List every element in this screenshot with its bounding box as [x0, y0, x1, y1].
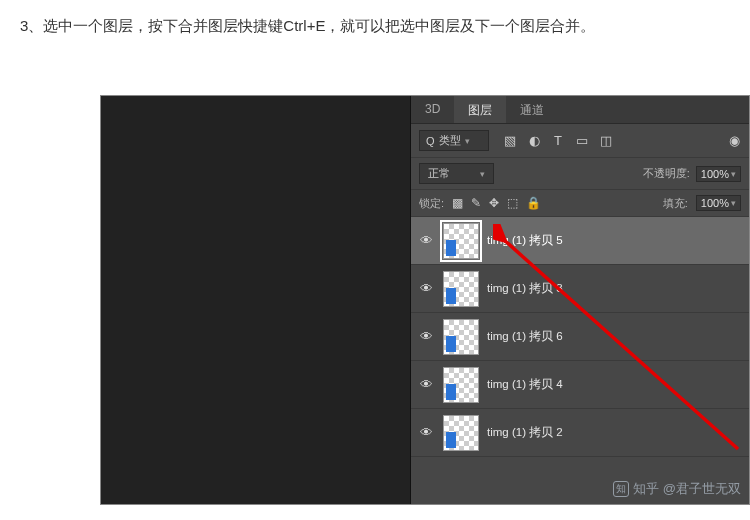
tab-3d[interactable]: 3D: [411, 96, 454, 123]
visibility-eye-icon[interactable]: 👁: [417, 425, 435, 440]
layer-name[interactable]: timg (1) 拷贝 4: [487, 377, 563, 392]
lock-position-icon[interactable]: ✥: [489, 196, 499, 210]
tab-channels[interactable]: 通道: [506, 96, 558, 123]
canvas-area[interactable]: [101, 96, 411, 504]
lock-label: 锁定:: [419, 196, 444, 211]
filter-type-dropdown[interactable]: Q 类型 ▾: [419, 130, 489, 151]
watermark-author: @君子世无双: [663, 480, 741, 498]
photoshop-window: 3D 图层 通道 Q 类型 ▾ ▧ ◐ T ▭ ◫ ◉ 正常 ▾: [100, 95, 750, 505]
lock-pixels-icon[interactable]: ✎: [471, 196, 481, 210]
filter-toggle-icon[interactable]: ◉: [727, 134, 741, 148]
zhihu-logo-icon: 知: [613, 481, 629, 497]
layer-name[interactable]: timg (1) 拷贝 2: [487, 425, 563, 440]
filter-shape-icon[interactable]: ▭: [575, 134, 589, 148]
layer-thumbnail[interactable]: [443, 271, 479, 307]
filter-icons: ▧ ◐ T ▭ ◫: [503, 134, 613, 148]
visibility-eye-icon[interactable]: 👁: [417, 233, 435, 248]
lock-row: 锁定: ▩ ✎ ✥ ⬚ 🔒 填充: 100% ▾: [411, 190, 749, 217]
layer-row[interactable]: 👁 timg (1) 拷贝 5: [411, 217, 749, 265]
opacity-value[interactable]: 100% ▾: [696, 166, 741, 182]
visibility-eye-icon[interactable]: 👁: [417, 281, 435, 296]
filter-adjust-icon[interactable]: ◐: [527, 134, 541, 148]
panel-tabs: 3D 图层 通道: [411, 96, 749, 124]
blend-mode-value: 正常: [428, 166, 450, 181]
filter-smart-icon[interactable]: ◫: [599, 134, 613, 148]
layer-row[interactable]: 👁 timg (1) 拷贝 2: [411, 409, 749, 457]
fill-label: 填充:: [663, 196, 688, 211]
watermark: 知 知乎 @君子世无双: [613, 480, 741, 498]
filter-image-icon[interactable]: ▧: [503, 134, 517, 148]
layer-filter-row: Q 类型 ▾ ▧ ◐ T ▭ ◫ ◉: [411, 124, 749, 158]
watermark-site: 知乎: [633, 480, 659, 498]
opacity-value-text: 100%: [701, 168, 729, 180]
fill-value[interactable]: 100% ▾: [696, 195, 741, 211]
layer-thumbnail[interactable]: [443, 319, 479, 355]
layer-thumbnail[interactable]: [443, 223, 479, 259]
lock-artboard-icon[interactable]: ⬚: [507, 196, 518, 210]
visibility-eye-icon[interactable]: 👁: [417, 377, 435, 392]
blend-mode-dropdown[interactable]: 正常 ▾: [419, 163, 494, 184]
layer-name[interactable]: timg (1) 拷贝 3: [487, 281, 563, 296]
layer-thumbnail[interactable]: [443, 415, 479, 451]
opacity-label: 不透明度:: [643, 166, 690, 181]
layer-name[interactable]: timg (1) 拷贝 6: [487, 329, 563, 344]
instruction-text: 3、选中一个图层，按下合并图层快捷键Ctrl+E，就可以把选中图层及下一个图层合…: [0, 0, 750, 38]
lock-icons: ▩ ✎ ✥ ⬚ 🔒: [452, 196, 541, 210]
chevron-down-icon: ▾: [480, 169, 485, 179]
layer-row[interactable]: 👁 timg (1) 拷贝 3: [411, 265, 749, 313]
lock-transparency-icon[interactable]: ▩: [452, 196, 463, 210]
layer-row[interactable]: 👁 timg (1) 拷贝 6: [411, 313, 749, 361]
fill-value-text: 100%: [701, 197, 729, 209]
layer-row[interactable]: 👁 timg (1) 拷贝 4: [411, 361, 749, 409]
chevron-down-icon: ▾: [731, 169, 736, 179]
layers-panel: 3D 图层 通道 Q 类型 ▾ ▧ ◐ T ▭ ◫ ◉ 正常 ▾: [411, 96, 749, 504]
visibility-eye-icon[interactable]: 👁: [417, 329, 435, 344]
filter-type-label: 类型: [439, 133, 461, 148]
layer-name[interactable]: timg (1) 拷贝 5: [487, 233, 563, 248]
search-prefix: Q: [426, 135, 435, 147]
tab-layers[interactable]: 图层: [454, 96, 506, 123]
filter-type-icon[interactable]: T: [551, 134, 565, 148]
chevron-down-icon: ▾: [465, 136, 470, 146]
lock-all-icon[interactable]: 🔒: [526, 196, 541, 210]
blend-row: 正常 ▾ 不透明度: 100% ▾: [411, 158, 749, 190]
layer-list: 👁 timg (1) 拷贝 5 👁 timg (1) 拷贝 3 👁 timg (…: [411, 217, 749, 504]
layer-thumbnail[interactable]: [443, 367, 479, 403]
chevron-down-icon: ▾: [731, 198, 736, 208]
